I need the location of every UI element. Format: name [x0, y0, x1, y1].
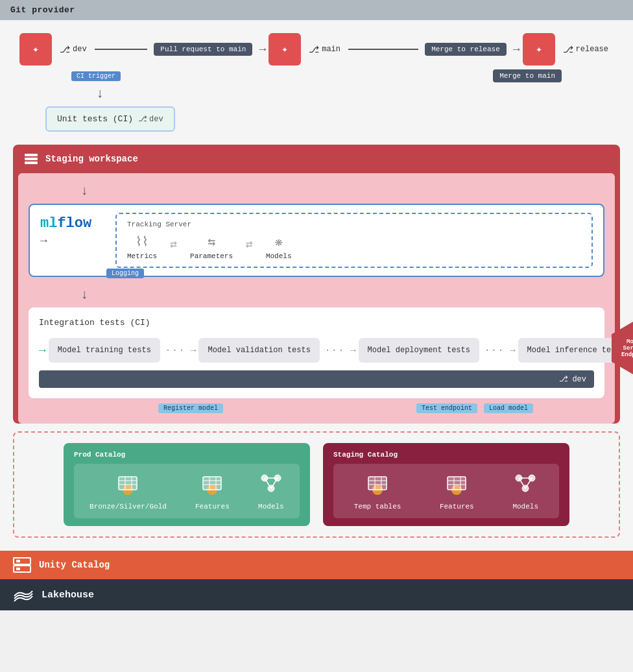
model-deployment-tests-box: Model deployment tests: [359, 338, 479, 363]
tracking-metrics: ⌇⌇ Metrics: [127, 234, 157, 260]
tracking-models: ❋ Models: [266, 234, 292, 260]
svg-text:✦: ✦: [536, 43, 542, 56]
pull-request-label: Pull request to main: [154, 43, 252, 56]
staging-models-icon: [512, 472, 538, 500]
ci-trigger-label: CI trigger: [71, 71, 121, 81]
git-provider-label: Git provider: [10, 5, 75, 15]
integration-tests-title: Integration tests (CI): [39, 318, 594, 328]
svg-line-43: [519, 478, 525, 488]
prod-models-icon: [258, 472, 284, 500]
catalog-row: Prod Catalog: [25, 443, 608, 526]
tracking-items: ⌇⌇ Metrics ⇄ ⇆ Parameters ⇄ ❋ Mo: [127, 234, 581, 260]
staging-models: Models: [512, 472, 538, 510]
unity-catalog-bar: Unity Catalog: [0, 551, 633, 579]
prod-bronze-silver-gold: Bronze/Silver/Gold: [90, 472, 167, 510]
dev-bar-branch-icon: ⎇: [559, 374, 568, 384]
tracking-server-box: Tracking Server ⌇⌇ Metrics ⇄ ⇆ Parameter…: [115, 213, 593, 268]
dev-git-icon: ✦: [19, 33, 52, 66]
svg-text:✦: ✦: [281, 43, 288, 56]
dev-bar: ⎇ dev: [39, 370, 594, 388]
parameters-icon: ⇆: [208, 234, 215, 250]
staging-workspace-header: Staging workspace: [13, 145, 620, 173]
staging-features: Features: [440, 472, 474, 510]
integration-tests: Integration tests (CI) → Model training …: [29, 307, 604, 398]
prod-catalog-items: Bronze/Silver/Gold: [74, 464, 300, 518]
main-branch-label: ⎇ main: [309, 44, 340, 55]
main-content: ✦ ⎇ dev Pull request to main → ✦: [0, 20, 633, 551]
svg-rect-34: [448, 477, 466, 490]
prod-catalog: Prod Catalog: [64, 443, 310, 526]
lakehouse-icon: [13, 587, 34, 603]
svg-line-44: [525, 478, 532, 488]
svg-rect-45: [14, 558, 30, 564]
prod-models: Models: [258, 472, 284, 510]
model-validation-tests-box: Model validation tests: [198, 338, 319, 363]
tracking-parameters: ⇆ Parameters: [190, 234, 233, 260]
test-endpoint-label: Test endpoint: [416, 403, 477, 413]
prod-table-icon: [115, 472, 141, 500]
tracking-server-title: Tracking Server: [127, 221, 581, 228]
models-icon: ❋: [275, 234, 283, 250]
unity-catalog-label: Unity Catalog: [39, 560, 110, 570]
staging-workspace: Staging workspace ↓ mlflow →: [13, 145, 620, 424]
staging-catalog: Staging Catalog: [323, 443, 569, 526]
svg-rect-28: [368, 477, 387, 490]
mlflow-area: mlflow → Tracking Server ⌇⌇ Metrics: [29, 204, 604, 277]
register-model-label: Register model: [158, 403, 223, 413]
svg-line-26: [271, 478, 278, 488]
prod-catalog-title: Prod Catalog: [74, 451, 300, 459]
load-model-label: Load model: [484, 403, 533, 413]
unit-tests-label: Unit tests (CI): [57, 114, 133, 124]
unity-catalog-icon: [13, 557, 31, 573]
svg-rect-7: [25, 158, 38, 160]
staging-table-icon: [364, 472, 390, 500]
model-serving-endpoint: Model Serving Endpoint: [608, 320, 633, 376]
svg-rect-48: [16, 568, 20, 570]
svg-rect-10: [119, 477, 137, 490]
staging-body: ↓ mlflow → Tracking Server: [18, 173, 615, 424]
dev-bar-branch-label: dev: [572, 375, 586, 384]
git-provider-bar: Git provider: [0, 0, 633, 20]
metrics-icon: ⌇⌇: [136, 234, 149, 250]
staging-catalog-items: Temp tables: [333, 464, 559, 518]
dev-branch-label: ⎇ dev: [60, 44, 87, 55]
mlflow-logging-label: Logging: [106, 269, 144, 278]
staging-catalog-title: Staging Catalog: [333, 451, 559, 459]
mlflow-logo: mlflow: [40, 215, 91, 232]
staging-icon: [23, 151, 39, 167]
green-start-arrow: →: [39, 344, 46, 357]
lakehouse-label: Lakehouse: [42, 590, 94, 601]
svg-rect-8: [25, 162, 38, 164]
unit-tests-box: Unit tests (CI) ⎇ dev: [45, 106, 175, 132]
svg-text:✦: ✦: [32, 43, 39, 56]
staging-temp-tables: Temp tables: [354, 472, 401, 510]
prod-features: Features: [195, 472, 230, 510]
lakehouse-bar: Lakehouse: [0, 579, 633, 610]
model-training-tests-box: Model training tests: [49, 338, 160, 363]
release-branch-label: ⎇ release: [563, 44, 608, 55]
release-git-icon: ✦: [523, 33, 555, 66]
svg-rect-16: [203, 477, 221, 490]
staging-workspace-label: Staging workspace: [45, 154, 138, 164]
staging-features-icon: [444, 472, 470, 500]
main-git-icon: ✦: [269, 33, 301, 66]
merge-to-main-label: Merge to main: [493, 69, 562, 82]
svg-rect-47: [16, 560, 20, 562]
prod-features-icon: [199, 472, 225, 500]
svg-rect-6: [25, 154, 38, 156]
svg-line-25: [265, 478, 271, 488]
svg-rect-46: [14, 566, 30, 572]
merge-to-release-label: Merge to release: [425, 43, 507, 56]
unity-catalog-area: Prod Catalog: [13, 431, 620, 538]
